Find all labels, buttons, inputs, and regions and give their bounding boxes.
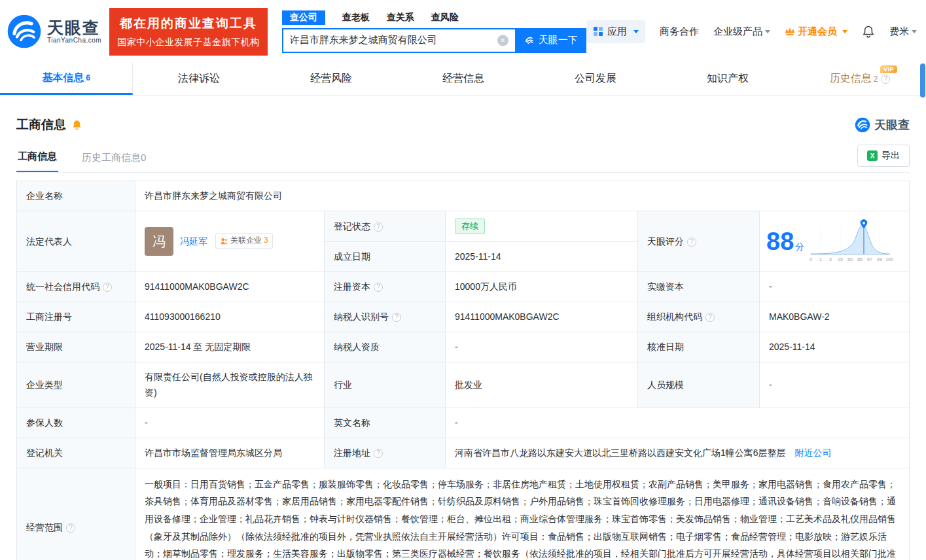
help-icon[interactable]: ? — [705, 313, 715, 322]
help-icon[interactable]: ? — [103, 283, 112, 292]
top-header: 天眼查 TianYanCha.com 都在用的商业查询工具 国家中小企业发展子基… — [0, 0, 926, 63]
approval-date-label: 核准日期 — [638, 332, 760, 362]
reg-authority-value: 许昌市市场监督管理局东城区分局 — [135, 438, 325, 468]
search-button[interactable]: 天眼一下 — [515, 28, 586, 53]
search-button-label: 天眼一下 — [539, 34, 578, 46]
insured-count-label: 参保人数 — [17, 408, 135, 438]
table-row: 统一社会信用代码? 91411000MAK0BGAW2C 注册资本? 10000… — [17, 272, 910, 302]
company-type-value: 有限责任公司(自然人投资或控股的法人独资) — [135, 362, 325, 408]
nearby-companies-link[interactable]: 附近公司 — [794, 447, 831, 458]
nav-enterprise[interactable]: 企业级产品 — [713, 26, 770, 38]
nav-user[interactable]: 费米 — [889, 26, 917, 38]
help-icon[interactable]: ? — [374, 283, 383, 292]
logo-domain: TianYanCha.com — [47, 37, 101, 44]
insured-count-value: - — [135, 408, 325, 438]
bell-glyph — [862, 24, 875, 39]
export-button[interactable]: X 导出 — [857, 145, 910, 167]
establish-date-value: 2025-11-14 — [446, 242, 638, 272]
paid-capital-value: - — [760, 272, 910, 302]
help-icon[interactable]: ? — [66, 523, 75, 533]
tianyancha-logo[interactable]: 天眼查 TianYanCha.com — [7, 14, 101, 49]
page-scrollbar[interactable] — [920, 63, 925, 97]
business-scope-value: 一般项目：日用百货销售；五金产品零售；服装服饰零售；化妆品零售；停车场服务；非居… — [135, 468, 910, 560]
search-tab-risk[interactable]: 查风险 — [431, 10, 459, 25]
avatar[interactable]: 冯 — [145, 227, 173, 256]
legal-rep-link[interactable]: 冯延军 — [180, 237, 207, 247]
export-button-label: 导出 — [881, 150, 900, 162]
chevron-down-icon — [912, 30, 917, 33]
staff-size-label: 人员规模 — [638, 362, 760, 408]
search-input[interactable] — [282, 28, 515, 53]
svg-text:97: 97 — [867, 257, 872, 262]
nav-user-label: 费米 — [889, 26, 909, 38]
reg-address-label: 注册地址? — [325, 438, 446, 468]
search-tab-boss[interactable]: 查老板 — [342, 10, 370, 25]
business-scope-label: 经营范围? — [17, 468, 135, 560]
related-company-tag[interactable]: 关联企业 3 — [215, 233, 273, 249]
tab-intellectual-property[interactable]: 知识产权 — [662, 63, 794, 95]
org-code-value: MAK0BGAW-2 — [760, 302, 910, 332]
tab-basic-info[interactable]: 基本信息 6 — [0, 63, 133, 95]
clear-icon[interactable]: × — [497, 35, 508, 46]
promo-banner: 都在用的商业查询工具 国家中小企业发展子基金旗下机构 — [109, 8, 268, 56]
company-nav-tabs: 基本信息 6 法律诉讼 经营风险 经营信息 公司发展 知识产权 VIP 历史信息… — [0, 63, 926, 96]
svg-text:3: 3 — [829, 257, 832, 262]
tab-history-info[interactable]: VIP 历史信息 2 ? — [794, 63, 926, 95]
crown-icon — [785, 27, 795, 36]
legal-rep-label: 法定代表人 — [17, 211, 135, 272]
score-label: 天眼评分? — [638, 211, 760, 272]
tab-intellectual-property-label: 知识产权 — [707, 72, 749, 86]
logo-text: 天眼查 TianYanCha.com — [47, 19, 101, 44]
company-name-value: 许昌市胖东来梦之城商贸有限公司 — [135, 181, 910, 211]
company-name-label: 企业名称 — [17, 181, 135, 211]
tab-operation-info[interactable]: 经营信息 — [397, 63, 529, 95]
business-term-value: 2025-11-14 至 无固定期限 — [135, 332, 325, 362]
related-label: 关联企业 — [230, 234, 262, 247]
related-companies-icon — [220, 237, 228, 245]
help-icon[interactable]: ? — [392, 313, 401, 322]
svg-text:0: 0 — [810, 257, 812, 262]
subtab-history-business-info[interactable]: 历史工商信息0 — [80, 145, 147, 172]
search-tabs: 查公司 查老板 查关系 查风险 — [282, 10, 586, 25]
notification-bell-icon[interactable] — [862, 24, 875, 39]
legal-rep-cell: 冯 冯延军 关联企业 3 — [135, 211, 325, 272]
apps-grid-icon — [593, 26, 603, 37]
credit-code-label: 统一社会信用代码? — [17, 272, 135, 302]
table-row: 企业名称 许昌市胖东来梦之城商贸有限公司 — [17, 181, 910, 211]
search-tab-relation[interactable]: 查关系 — [387, 10, 414, 25]
table-row: 经营范围? 一般项目：日用百货销售；五金产品零售；服装服饰零售；化妆品零售；停车… — [17, 468, 910, 560]
subtabs: 工商信息 历史工商信息0 X 导出 — [16, 144, 910, 173]
apps-menu[interactable]: 应用 — [586, 20, 645, 43]
tab-company-development[interactable]: 公司发展 — [529, 63, 662, 95]
tab-legal-litigation[interactable]: 法律诉讼 — [133, 63, 265, 95]
reg-authority-label: 登记机关 — [17, 438, 135, 468]
score-cell: 88分 0 1 — [760, 211, 910, 272]
tianyancha-logo-icon — [7, 14, 42, 49]
taxpayer-quality-label: 纳税人资质 — [325, 332, 446, 362]
reg-status-value: 存续 — [446, 211, 638, 242]
english-name-value: - — [446, 408, 910, 438]
help-icon[interactable]: ? — [687, 237, 696, 247]
info-icon[interactable]: ? — [881, 75, 890, 84]
subtab-business-info[interactable]: 工商信息 — [16, 144, 58, 172]
table-row: 法定代表人 冯 冯延军 — [17, 211, 910, 242]
reg-address-value: 河南省许昌市八龙路以东建安大道以北三里桥路以西建安文化广场1幢公寓6层整层 附近… — [446, 438, 910, 468]
taxpayer-id-value: 91411000MAK0BGAW2C — [446, 302, 638, 332]
nav-enterprise-label: 企业级产品 — [713, 26, 762, 38]
search-row: × 天眼一下 — [282, 28, 586, 53]
tab-operation-risk-label: 经营风险 — [310, 72, 352, 86]
nav-open-vip[interactable]: 开通会员 — [785, 26, 847, 38]
establish-date-label: 成立日期 — [325, 242, 446, 272]
help-icon[interactable]: ? — [374, 449, 383, 458]
tab-history-info-count: 2 — [874, 75, 878, 84]
search-tab-company[interactable]: 查公司 — [282, 10, 325, 25]
tab-operation-risk[interactable]: 经营风险 — [265, 63, 397, 95]
help-icon[interactable]: ? — [374, 222, 383, 232]
logo-brand: 天眼查 — [47, 19, 101, 37]
subscribe-bell-icon[interactable] — [71, 119, 82, 131]
reg-capital-label: 注册资本? — [325, 272, 446, 302]
tab-operation-info-label: 经营信息 — [442, 72, 484, 86]
status-badge: 存续 — [455, 219, 485, 234]
nav-cooperation[interactable]: 商务合作 — [660, 26, 699, 38]
table-row: 登记机关 许昌市市场监督管理局东城区分局 注册地址? 河南省许昌市八龙路以东建安… — [17, 438, 910, 468]
